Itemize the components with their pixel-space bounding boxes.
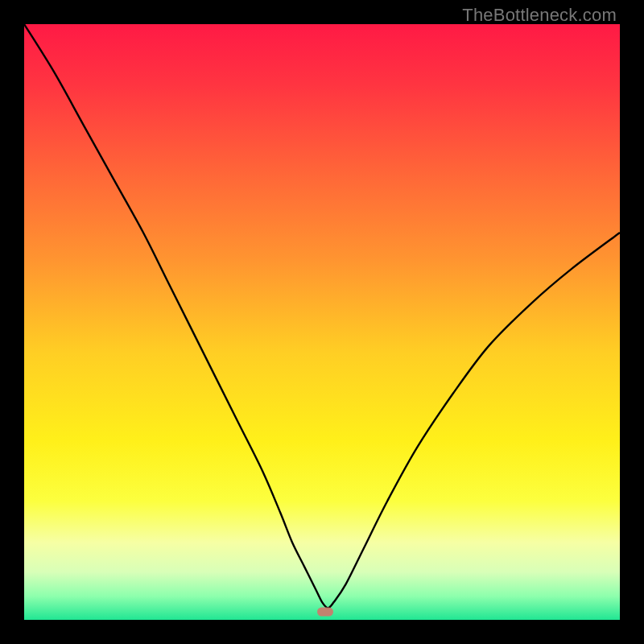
watermark-text: TheBottleneck.com — [462, 5, 617, 26]
plot-area — [24, 24, 620, 620]
curve-layer — [24, 24, 620, 620]
bottleneck-curve — [24, 24, 620, 608]
chart-stage: TheBottleneck.com — [0, 0, 644, 644]
optimal-point-marker — [317, 608, 333, 617]
